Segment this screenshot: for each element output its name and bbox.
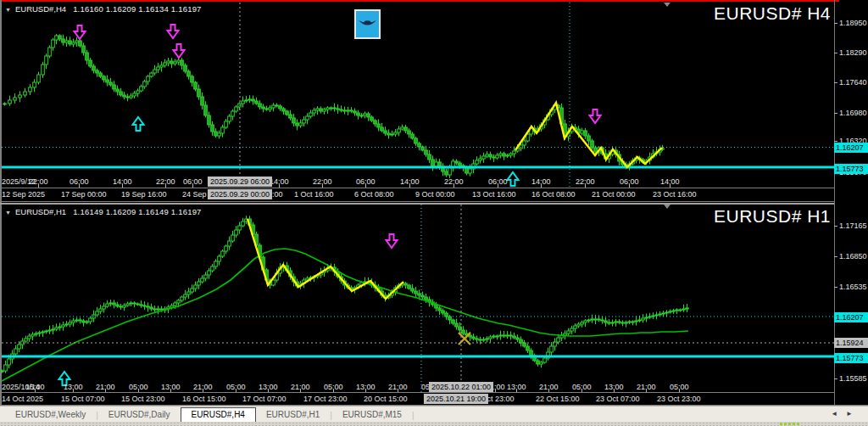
time-axis-tick [453,184,454,188]
crosshair-time-badge: 2025.10.21 19:00 [424,394,488,404]
h1-chart-title: ▼EURUSD#,H11.16149 1.16209 1.16149 1.161… [5,207,202,216]
time-axis-tick [495,389,496,392]
date-axis-label: 12 Sep 2025 [2,190,45,199]
tab-eurusd-daily[interactable]: EURUSD#,Daily [98,409,181,421]
date-axis-label: 23 Oct 07:00 [596,395,640,403]
time-axis-tick [35,389,36,392]
crosshair-time-badge: 2025.10.22 01:00 [429,382,493,392]
price-axis-label: 1.17640 [839,78,867,87]
chart-tab-bar: EURUSD#,Weekly|EURUSD#,DailyEURUSD#,H4EU… [0,406,868,423]
tab-scroll-left-icon: ◄ [831,410,846,418]
price-level-badge: 1.16207 [834,143,868,153]
sell-signal-arrow-icon [590,109,601,123]
h4-chart-title: ▼EURUSD#,H41.16160 1.16209 1.16134 1.161… [5,4,202,14]
tab-eurusd-h1[interactable]: EURUSD#,H1 [256,409,330,421]
time-axis-tick [170,389,171,392]
date-axis-label: 21 Oct 00:00 [592,190,636,199]
sell-signal-arrow-icon [387,234,398,248]
collapse-triangle-icon[interactable]: ▼ [5,7,11,13]
time-axis-tick [365,389,366,392]
price-axis-tick [834,113,837,114]
tab-scroll-right-icon: ► [846,410,861,418]
candlestick-series [3,34,665,178]
time-axis-tick [138,389,139,392]
time-axis-tick [203,389,203,392]
tab-eurusd-weekly[interactable]: EURUSD#,Weekly [5,409,96,421]
date-axis-label: 17 Oct 07:00 [242,395,287,403]
h4-ohlc-values: 1.16160 1.16209 1.16134 1.16197 [73,4,201,14]
time-axis-tick [105,389,106,392]
date-axis-label: 13 Oct 16:00 [472,190,516,199]
time-axis-tick [679,389,680,392]
price-axis-label: 1.17165 [839,221,867,230]
buy-signal-arrow-icon [508,172,519,186]
time-axis-tick [409,184,410,188]
price-axis-tick [834,226,837,227]
price-axis-tick [834,141,837,142]
time-axis-tick [192,184,193,188]
date-axis-label: 6 Oct 08:00 [354,190,394,199]
time-axis-tick [365,184,366,188]
date-axis-label: 1 Oct 16:00 [294,190,334,199]
price-axis-label: 1.16980 [839,109,867,117]
price-axis-tick [834,53,837,53]
date-axis-label: 17 Oct 23:00 [303,395,348,403]
collapse-triangle-icon[interactable]: ▼ [5,210,11,216]
chart-shift-marker-icon[interactable] [664,3,670,7]
price-level-badge: 1.16207 [834,312,868,322]
tab-eurusd-m15[interactable]: EURUSD#,M15 [332,409,412,421]
broker-logo-icon [354,9,381,39]
time-axis-tick [236,389,236,392]
date-axis-label: 16 Oct 08:00 [531,190,576,199]
time-axis-tick [333,389,334,392]
h4-chart-plot[interactable] [2,3,834,188]
tab-scroll-arrows[interactable]: ◄► [831,410,861,418]
time-axis-tick [398,389,398,392]
tab-eurusd-h4[interactable]: EURUSD#,H4 [181,407,256,423]
date-axis-label: 23 Oct 16:00 [653,190,697,199]
price-axis-label: 1.15585 [839,374,867,383]
date-axis-label: 19 Sep 16:00 [121,190,167,199]
date-axis-label: 15 Oct 23:00 [121,395,165,403]
date-axis-label: 15 Oct 07:00 [61,395,105,403]
time-axis-tick [165,184,166,188]
h1-ohlc-values: 1.16149 1.16209 1.16149 1.16197 [73,207,201,216]
price-axis-label: 1.16850 [839,252,867,261]
sell-signal-arrow-icon [168,25,179,38]
price-axis-tick [834,23,837,24]
date-axis-label: 16 Oct 15:00 [182,395,226,403]
price-axis-tick [834,256,837,257]
time-axis-tick [279,184,280,188]
date-axis-label: 22 Oct 15:00 [536,395,580,403]
h1-chart-plot[interactable] [1,205,834,392]
time-axis-tick [585,184,586,188]
mt4-workspace: EURUSD# H4 EURUSD# H1 ▼EURUSD#,H41.16160… [0,0,868,426]
time-axis-tick [79,184,80,188]
price-axis-tick [834,378,837,379]
crosshair-price-badge: 1.15924 [834,338,868,348]
buy-signal-arrow-icon [133,117,144,131]
tab-separator: | [412,411,415,420]
h4-symbol-label: EURUSD#,H4 [15,4,66,14]
sell-signal-arrow-icon [174,44,185,58]
price-level-badge: 1.15773 [834,353,868,363]
chart-shift-marker-icon[interactable] [664,205,670,209]
date-axis-label: 23 Oct 23:00 [657,395,701,403]
time-axis-tick [322,184,323,188]
time-axis-tick [73,389,74,392]
crosshair-time-badge: 2025.09.29 06:00 [208,177,272,187]
taskbar-peek-indicator [780,423,800,425]
time-axis-tick [516,389,517,392]
time-axis-tick [268,389,269,392]
time-axis-tick [122,184,123,188]
price-axis-tick [834,82,837,83]
price-axis-tick [834,287,837,288]
time-axis-tick [614,389,615,392]
time-axis-tick [646,389,647,392]
date-axis-label: 17 Sep 00:00 [61,190,107,199]
time-axis-tick [548,389,549,392]
date-axis-label: 9 Oct 00:00 [415,190,455,199]
time-axis-tick [629,184,630,188]
price-axis-label: 1.16535 [839,283,867,291]
crosshair-time-badge: 2025.09.29 00:00 [208,189,272,199]
